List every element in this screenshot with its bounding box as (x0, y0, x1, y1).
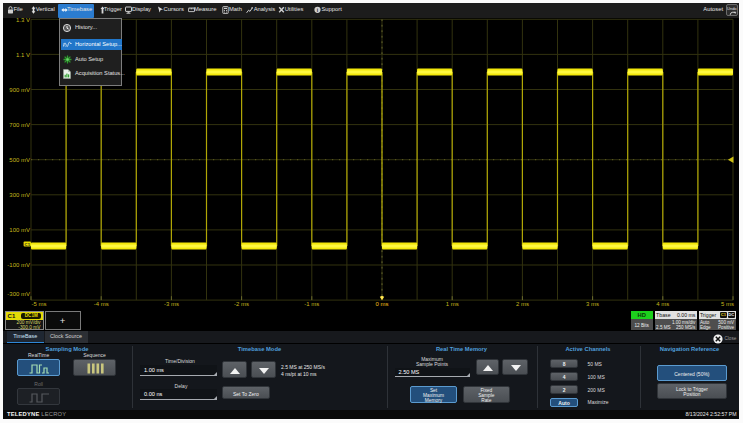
svg-text:-100 mV: -100 mV (7, 262, 30, 268)
svg-text:3 ms: 3 ms (586, 301, 599, 307)
svg-text:-3 ms: -3 ms (164, 301, 179, 307)
svg-text:1.3 V: 1.3 V (16, 17, 30, 23)
svg-text:-4 ms: -4 ms (94, 301, 109, 307)
svg-text:0 ms: 0 ms (375, 301, 388, 307)
svg-text:2 ms: 2 ms (516, 301, 529, 307)
svg-text:500 mV: 500 mV (9, 157, 30, 163)
svg-text:4 ms: 4 ms (656, 301, 669, 307)
svg-text:700 mV: 700 mV (9, 122, 30, 128)
svg-text:1.1 V: 1.1 V (16, 52, 30, 58)
svg-text:-5 ms: -5 ms (32, 301, 47, 307)
svg-text:1 ms: 1 ms (446, 301, 459, 307)
svg-text:C1: C1 (25, 242, 31, 247)
svg-text:300 mV: 300 mV (9, 192, 30, 198)
svg-text:-1 ms: -1 ms (304, 301, 319, 307)
svg-text:100 mV: 100 mV (9, 227, 30, 233)
svg-text:900 mV: 900 mV (9, 87, 30, 93)
svg-text:-2 ms: -2 ms (234, 301, 249, 307)
svg-text:5 ms: 5 ms (721, 301, 734, 307)
svg-text:-300 mV: -300 mV (7, 291, 30, 297)
